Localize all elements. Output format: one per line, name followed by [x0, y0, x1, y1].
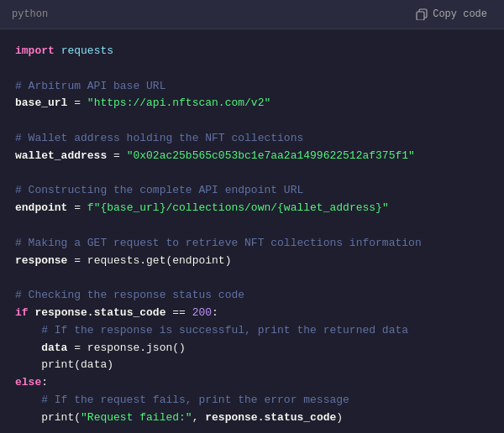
svg-rect-1: [417, 12, 424, 20]
code-token: requests: [61, 44, 113, 57]
code-line: # If the response is successful, print t…: [15, 322, 489, 340]
code-line: if response.status_code == 200:: [15, 305, 489, 322]
code-window: python Copy code import requests # Arbit…: [0, 0, 504, 433]
code-line: [15, 269, 489, 287]
code-token: # If the request fails, print the error …: [15, 394, 349, 406]
code-token: requests.get(endpoint): [87, 254, 232, 267]
code-token: data: [41, 342, 67, 354]
code-line: [15, 165, 489, 183]
code-line: import requests: [15, 43, 489, 60]
code-line: # Arbitrum API base URL: [15, 78, 489, 96]
code-line: [15, 217, 489, 235]
code-line: print("Request failed:", response.status…: [15, 410, 489, 427]
code-token: =: [67, 201, 87, 214]
code-token: response: [15, 254, 67, 267]
code-token: =: [107, 149, 126, 162]
code-token: endpoint: [15, 201, 67, 214]
code-token: "https://api.nftscan.com/v2": [87, 97, 270, 109]
code-line: base_url = "https://api.nftscan.com/v2": [15, 95, 489, 112]
code-line: wallet_address = "0x02ac25b565c053bc1e7a…: [15, 148, 489, 165]
language-label: python: [12, 8, 48, 20]
code-token: print(: [41, 411, 81, 424]
code-token: =: [67, 97, 87, 109]
code-body: import requests # Arbitrum API base URLb…: [0, 29, 504, 433]
code-token: # Constructing the complete API endpoint…: [15, 184, 303, 196]
code-line: # If the request fails, print the error …: [15, 392, 489, 410]
code-token: :: [41, 376, 48, 389]
code-line: else:: [15, 374, 489, 392]
code-token: # Wallet address holding the NFT collect…: [15, 132, 303, 144]
copy-button[interactable]: Copy code: [411, 7, 492, 22]
code-token: print(data): [41, 358, 113, 371]
code-token: else: [15, 376, 41, 389]
code-token: =: [67, 254, 87, 267]
code-line: # Checking the response status code: [15, 287, 489, 305]
code-token: 200: [192, 306, 212, 319]
code-token: [55, 44, 61, 57]
code-token: response.json(): [87, 342, 186, 354]
code-token: "Request failed:": [81, 411, 192, 424]
code-line: data = response.json(): [15, 340, 489, 357]
code-token: :: [212, 306, 218, 319]
code-header: python Copy code: [0, 0, 504, 29]
code-token: response.status_code: [34, 306, 165, 319]
code-line: # Constructing the complete API endpoint…: [15, 182, 489, 200]
code-token: # Making a GET request to retrieve NFT c…: [15, 237, 422, 249]
code-token: [15, 358, 41, 371]
code-line: [15, 60, 489, 78]
code-token: [15, 342, 41, 354]
code-token: wallet_address: [15, 149, 107, 162]
code-token: base_url: [15, 97, 67, 109]
code-line: # Wallet address holding the NFT collect…: [15, 130, 489, 148]
copy-icon: [416, 8, 428, 20]
code-token: # Checking the response status code: [15, 289, 244, 301]
code-token: # If the response is successful, print t…: [15, 324, 408, 336]
code-line: endpoint = f"{base_url}/collections/own/…: [15, 200, 489, 217]
code-token: if: [15, 306, 29, 319]
code-token: "0x02ac25b565c053bc1e7aa2a1499622512af37…: [127, 149, 415, 162]
code-token: response.status_code: [205, 411, 336, 424]
code-token: # Arbitrum API base URL: [15, 80, 165, 92]
code-line: print(data): [15, 357, 489, 374]
code-token: =: [67, 342, 87, 354]
code-token: f"{base_url}/collections/own/{wallet_add…: [87, 201, 389, 214]
code-token: ==: [165, 306, 192, 319]
copy-label: Copy code: [433, 8, 487, 20]
code-line: response = requests.get(endpoint): [15, 253, 489, 270]
code-line: # Making a GET request to retrieve NFT c…: [15, 235, 489, 253]
code-token: import: [15, 44, 55, 57]
code-token: ,: [192, 411, 206, 424]
code-token: ): [336, 411, 343, 424]
code-line: [15, 112, 489, 130]
code-token: [15, 411, 41, 424]
